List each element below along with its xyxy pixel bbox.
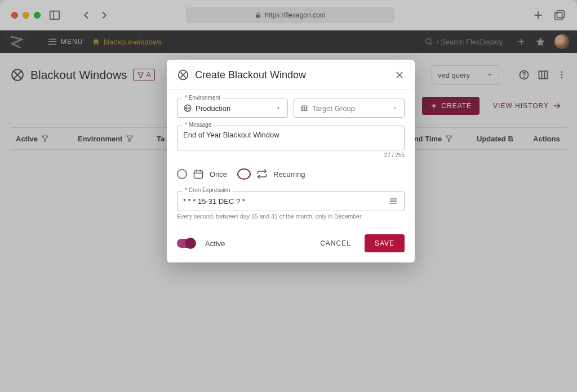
calendar-icon <box>193 168 204 180</box>
environment-label: * Environment <box>183 95 223 101</box>
svg-rect-39 <box>194 171 203 178</box>
chevron-down-icon <box>275 105 282 112</box>
active-label: Active <box>205 239 225 248</box>
cron-helper: Every second, between day 15 and 31 of t… <box>177 213 405 220</box>
cancel-button[interactable]: CANCEL <box>313 234 358 252</box>
recurring-radio[interactable] <box>237 168 251 180</box>
cron-label: * Cron Expression <box>183 187 233 193</box>
once-radio[interactable] <box>177 169 187 179</box>
save-button[interactable]: SAVE <box>365 234 405 252</box>
recurring-label: Recurring <box>273 170 305 179</box>
target-group-field[interactable]: Target Group <box>294 99 405 118</box>
bank-icon <box>300 104 309 113</box>
message-field[interactable]: * Message End of Year Blackout Window 27… <box>177 126 405 158</box>
svg-rect-35 <box>301 107 302 110</box>
close-icon[interactable] <box>394 70 405 80</box>
modal-title-icon <box>177 69 189 81</box>
environment-value: Production <box>196 104 230 113</box>
cron-value: * * * 15-31 DEC ? * <box>183 197 245 206</box>
repeat-icon <box>256 168 268 180</box>
active-toggle[interactable] <box>177 239 195 248</box>
svg-rect-36 <box>304 107 304 110</box>
menu-lines-icon[interactable] <box>388 196 398 206</box>
globe-icon <box>183 104 192 113</box>
target-group-placeholder: Target Group <box>312 104 355 113</box>
message-counter: 27 / 255 <box>177 152 405 158</box>
svg-rect-37 <box>306 107 307 110</box>
message-label: * Message <box>183 122 214 128</box>
cron-field[interactable]: * Cron Expression * * * 15-31 DEC ? * Ev… <box>177 191 405 220</box>
message-value: End of Year Blackout Window <box>183 131 279 139</box>
schedule-type: Once Recurring <box>177 166 405 183</box>
create-blackout-modal: Create Blackout Window * Environment Pro… <box>167 60 415 262</box>
environment-field[interactable]: * Environment Production <box>177 99 288 118</box>
once-label: Once <box>210 170 227 179</box>
modal-title: Create Blackout Window <box>195 69 389 81</box>
chevron-down-icon <box>392 105 398 112</box>
